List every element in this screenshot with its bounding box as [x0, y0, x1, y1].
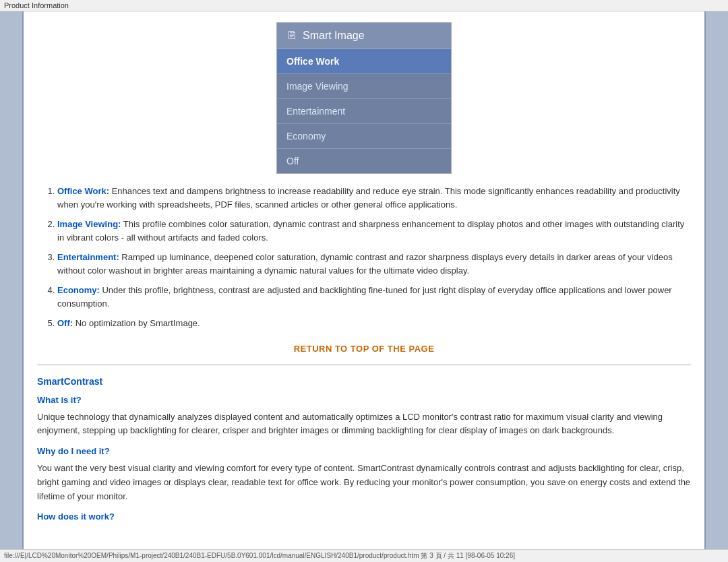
economy-link[interactable]: Economy:: [57, 285, 100, 295]
smart-image-title: Smart Image: [303, 30, 365, 42]
top-bar: Product Information: [0, 0, 728, 11]
smart-image-header: 🖹 Smart Image: [277, 23, 451, 49]
page-layout: 🖹 Smart Image Office Work Image Viewing …: [0, 11, 728, 557]
list-item: Office Work: Enhances text and dampens b…: [57, 185, 691, 211]
what-is-it-title: What is it?: [37, 395, 691, 405]
smart-image-item-image-viewing[interactable]: Image Viewing: [277, 74, 451, 99]
office-work-link[interactable]: Office Work:: [57, 186, 109, 196]
entertainment-link[interactable]: Entertainment:: [57, 252, 119, 262]
return-to-top-link[interactable]: RETURN TO TOP OF THE PAGE: [37, 344, 691, 354]
list-item: Off: No optimization by SmartImage.: [57, 317, 691, 330]
entertainment-text: Ramped up luminance, deepened color satu…: [57, 252, 673, 276]
status-bar: file:///E|/LCD%20Monitor%20OEM/Philips/M…: [0, 549, 728, 562]
status-bar-text: file:///E|/LCD%20Monitor%20OEM/Philips/M…: [4, 552, 515, 559]
smart-image-widget: 🖹 Smart Image Office Work Image Viewing …: [276, 22, 452, 174]
economy-text: Under this profile, brightness, contrast…: [57, 285, 672, 309]
why-need-it-text: You want the very best visual clarity an…: [37, 462, 691, 503]
list-item: Image Viewing: This profile combines col…: [57, 218, 691, 244]
main-content: 🖹 Smart Image Office Work Image Viewing …: [24, 11, 704, 557]
what-is-it-text: Unique technology that dynamically analy…: [37, 410, 691, 439]
section-divider: [37, 365, 691, 365]
smart-contrast-section: SmartContrast What is it? Unique technol…: [37, 376, 691, 522]
off-text: No optimization by SmartImage.: [75, 318, 200, 328]
image-viewing-link[interactable]: Image Viewing:: [57, 219, 121, 229]
smart-contrast-title: SmartContrast: [37, 376, 691, 387]
how-does-it-work-title: How does it work?: [37, 511, 691, 522]
smart-image-item-economy[interactable]: Economy: [277, 124, 451, 149]
office-work-text: Enhances text and dampens brightness to …: [57, 186, 680, 210]
smart-image-icon: 🖹: [286, 30, 297, 42]
list-item: Economy: Under this profile, brightness,…: [57, 284, 691, 310]
sidebar-left: [0, 11, 24, 557]
off-link[interactable]: Off:: [57, 318, 73, 328]
sidebar-right: [704, 11, 728, 557]
smart-image-item-off[interactable]: Off: [277, 149, 451, 173]
smart-image-item-entertainment[interactable]: Entertainment: [277, 99, 451, 124]
why-need-it-title: Why do I need it?: [37, 446, 691, 456]
smart-image-item-office-work[interactable]: Office Work: [277, 49, 451, 74]
top-bar-label: Product Information: [4, 1, 69, 9]
list-item: Entertainment: Ramped up luminance, deep…: [57, 251, 691, 277]
description-list: Office Work: Enhances text and dampens b…: [44, 185, 691, 330]
image-viewing-text: This profile combines color saturation, …: [57, 219, 684, 243]
